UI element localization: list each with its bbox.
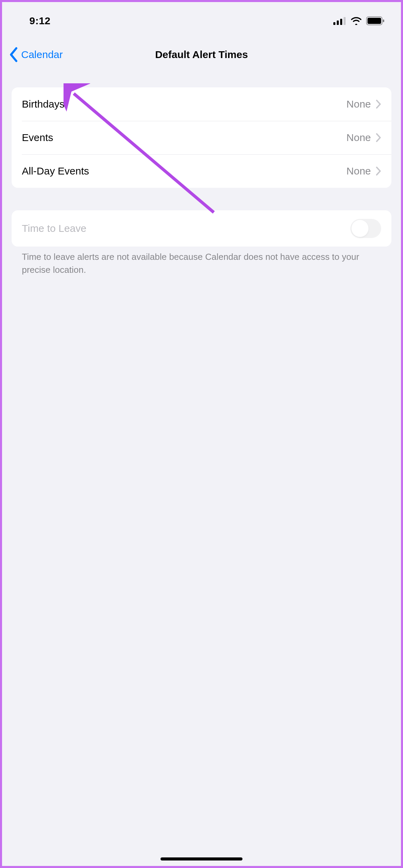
- row-events[interactable]: Events None: [12, 121, 391, 154]
- time-to-leave-footer: Time to leave alerts are not available b…: [12, 247, 391, 276]
- row-birthdays[interactable]: Birthdays None: [12, 87, 391, 121]
- cellular-icon: [333, 17, 346, 25]
- chevron-right-icon: [376, 99, 381, 109]
- home-indicator[interactable]: [161, 857, 242, 860]
- svg-rect-1: [337, 20, 339, 25]
- row-value: None: [346, 98, 371, 110]
- time-to-leave-section: Time to Leave: [12, 210, 391, 247]
- status-time: 9:12: [29, 15, 51, 27]
- status-icons: [333, 16, 385, 25]
- row-time-to-leave: Time to Leave: [12, 210, 391, 247]
- svg-rect-6: [383, 19, 384, 22]
- svg-rect-5: [367, 18, 381, 24]
- svg-rect-0: [333, 22, 335, 25]
- chevron-right-icon: [376, 133, 381, 142]
- row-label: Birthdays: [22, 98, 65, 110]
- svg-rect-2: [340, 19, 342, 25]
- content: Birthdays None Events None All-Day Event…: [2, 70, 401, 276]
- row-all-day-events[interactable]: All-Day Events None: [12, 154, 391, 188]
- wifi-icon: [350, 17, 362, 25]
- battery-icon: [366, 16, 385, 25]
- nav-bar: Calendar Default Alert Times: [2, 40, 401, 70]
- back-button[interactable]: Calendar: [8, 47, 63, 62]
- toggle-knob: [351, 220, 369, 237]
- row-label: Events: [22, 132, 53, 143]
- time-to-leave-toggle: [350, 219, 381, 238]
- row-label: All-Day Events: [22, 165, 89, 177]
- row-value: None: [346, 165, 371, 177]
- chevron-right-icon: [376, 166, 381, 176]
- row-value: None: [346, 132, 371, 143]
- alerts-section: Birthdays None Events None All-Day Event…: [12, 87, 391, 188]
- svg-rect-3: [344, 17, 346, 25]
- row-label: Time to Leave: [22, 223, 86, 234]
- status-bar: 9:12: [2, 2, 401, 40]
- page-title: Default Alert Times: [155, 49, 248, 60]
- chevron-left-icon: [8, 47, 20, 62]
- back-label: Calendar: [21, 49, 63, 60]
